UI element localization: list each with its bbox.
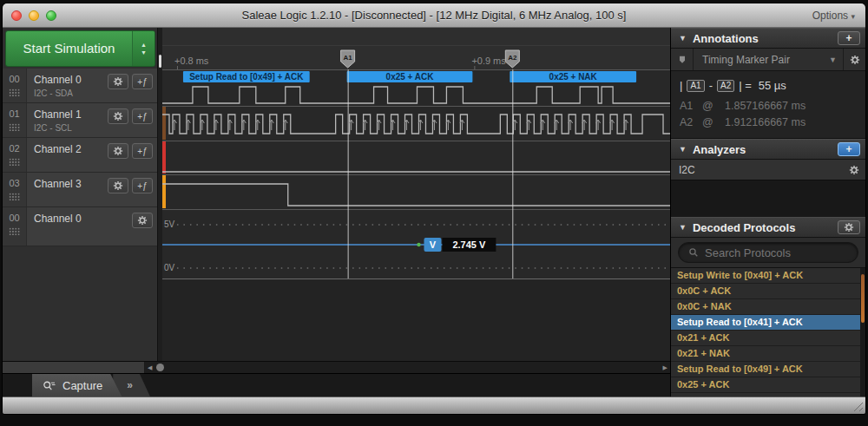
decoded-protocol-row[interactable]: Setup Read to [0x41] + ACK — [671, 315, 865, 331]
bottom-tab-bar: Capture » — [3, 373, 670, 397]
add-analyzer-button[interactable]: + — [838, 142, 860, 156]
marker-time-readout: A1 @ 1.857166667 ms — [680, 98, 857, 115]
i2c-annotation-bar[interactable]: 0x25 + NAK — [510, 71, 636, 82]
waveform-area: +0.8 ms+0.9 msSetup Read to [0x49] + ACK… — [162, 28, 670, 361]
channel-dots-icon — [9, 158, 20, 166]
scroll-left-arrow[interactable]: ◀ — [145, 364, 155, 371]
horizontal-scrollbar[interactable]: ◀ ▶ — [3, 361, 670, 373]
channel-list: 00 Channel 0 I2C - SDA +ƒ 01 Channel 1 I… — [3, 69, 157, 246]
simulation-mode-toggle[interactable]: ▲ ▼ — [132, 31, 155, 66]
channel-drag-handle[interactable]: 00 — [3, 69, 27, 102]
decoded-protocols-header[interactable]: ▼ Decoded Protocols — [671, 217, 865, 238]
protocols-scrollbar-track[interactable] — [860, 268, 865, 397]
options-menu-button[interactable]: Options ▾ — [812, 10, 855, 22]
marker-value: 1.912166667 ms — [725, 115, 806, 131]
channel-settings-gear-icon[interactable] — [108, 74, 128, 89]
channel-settings-gear-icon[interactable] — [108, 108, 128, 124]
channel-add-measurement-button[interactable]: +ƒ — [132, 178, 153, 193]
channel-drag-handle[interactable]: 02 — [3, 138, 27, 172]
channel-row[interactable]: 00 Channel 0 — [3, 207, 157, 246]
channel-settings-gear-icon[interactable] — [108, 178, 128, 193]
search-icon — [688, 247, 699, 258]
channel-number: 00 — [9, 213, 19, 223]
decoded-protocol-row[interactable]: 0x0C + ACK — [671, 284, 865, 299]
decoded-protocols-settings-gear-icon[interactable] — [838, 220, 860, 234]
channel-drag-handle[interactable]: 03 — [3, 173, 27, 206]
marker-at: @ — [702, 98, 725, 115]
channel-dots-icon — [9, 193, 20, 200]
marker-time-readout: A2 @ 1.912166667 ms — [680, 115, 857, 131]
channel-edge-strip — [162, 141, 166, 174]
channel-name: Channel 2 — [34, 143, 108, 155]
decoded-protocol-row[interactable]: 0x25 + ACK — [671, 377, 865, 393]
scroll-right-arrow[interactable]: ▶ — [661, 364, 670, 371]
channel-drag-handle[interactable]: 00 — [3, 207, 27, 246]
svg-text:0x25 + ACK: 0x25 + ACK — [386, 72, 435, 82]
channel-number: 00 — [9, 74, 19, 84]
timing-marker-pair-row: Timing Marker Pair ▼ — [671, 49, 865, 71]
channel-row[interactable]: 03 Channel 3 +ƒ — [3, 173, 157, 207]
search-protocols-input[interactable]: Search Protocols — [678, 242, 858, 263]
decoded-protocol-row[interactable]: 0x21 + ACK — [671, 331, 865, 346]
marker-delta-readout: | A1 - A2 | = 55 µs — [680, 79, 857, 92]
channel-name: Channel 3 — [34, 178, 108, 190]
title-bar: Saleae Logic 1.2.10 - [Disconnected] - [… — [3, 3, 865, 28]
window-title: Saleae Logic 1.2.10 - [Disconnected] - [… — [3, 9, 865, 22]
decoded-protocol-row[interactable]: Setup Write to [0x40] + ACK — [671, 268, 865, 284]
options-label: Options — [812, 10, 848, 22]
marker-a2-chip: A2 — [717, 80, 734, 92]
analyzer-item-i2c[interactable]: I2C — [671, 160, 865, 180]
channel-row[interactable]: 02 Channel 2 +ƒ — [3, 138, 157, 173]
channel-name: Channel 0 — [34, 74, 108, 86]
decoded-protocols-list: Setup Write to [0x40] + ACK 0x0C + ACK 0… — [671, 267, 865, 397]
chevron-down-icon: ▾ — [851, 12, 855, 21]
decoded-protocol-row[interactable]: Setup Read to [0x49] + ACK — [671, 362, 865, 377]
analyzer-settings-gear-icon[interactable] — [849, 165, 859, 175]
protocols-scrollbar-thumb[interactable] — [861, 274, 865, 323]
channel-add-measurement-button[interactable]: +ƒ — [132, 143, 153, 159]
annotations-header[interactable]: ▼ Annotations + — [671, 28, 865, 49]
chevron-up-icon: ▲ — [141, 42, 147, 48]
analyzers-title: Analyzers — [693, 143, 832, 156]
timeline-ruler[interactable] — [162, 28, 670, 69]
sidebar-divider[interactable] — [157, 28, 162, 361]
channel-settings-gear-icon[interactable] — [132, 213, 153, 228]
resize-grip[interactable] — [852, 400, 863, 411]
divider-grip[interactable] — [159, 55, 161, 68]
add-annotation-button[interactable]: + — [838, 31, 860, 45]
i2c-annotation-bar[interactable]: 0x25 + ACK — [347, 71, 473, 82]
analyzers-header[interactable]: ▼ Analyzers + — [671, 139, 865, 160]
start-simulation-button[interactable]: Start Simulation ▲ ▼ — [5, 30, 155, 67]
collapse-triangle-icon: ▼ — [679, 145, 687, 154]
channel-drag-handle[interactable]: 01 — [3, 103, 27, 137]
scrollbar-track[interactable]: ◀ ▶ — [145, 362, 670, 373]
tab-capture-label: Capture — [62, 379, 102, 392]
marker-pair-settings-gear-icon[interactable] — [843, 49, 865, 70]
channel-add-measurement-button[interactable]: +ƒ — [132, 74, 153, 89]
scrollbar-thumb[interactable] — [156, 364, 164, 371]
start-simulation-label: Start Simulation — [6, 31, 132, 66]
channel-number: 01 — [9, 108, 19, 119]
marker-at: @ — [702, 115, 725, 131]
decoded-protocol-row[interactable]: 0x21 + NAK — [671, 346, 865, 362]
channel-dots-icon — [9, 123, 20, 131]
channel-number: 03 — [9, 178, 19, 188]
i2c-annotation-bar[interactable]: Setup Read to [0x49] + ACK — [183, 71, 310, 82]
tab-capture[interactable]: Capture — [32, 374, 122, 397]
channel-dots-icon — [9, 88, 20, 96]
svg-text:2.745 V: 2.745 V — [452, 239, 486, 250]
channel-add-measurement-button[interactable]: +ƒ — [132, 108, 153, 124]
channel-settings-gear-icon[interactable] — [108, 143, 128, 159]
chevron-down-icon[interactable]: ▼ — [823, 56, 843, 64]
svg-text:A1: A1 — [344, 54, 353, 62]
marker-pin-icon — [671, 49, 694, 70]
side-panel: ▼ Annotations + Timing Marker Pair ▼ | A… — [671, 28, 865, 397]
marker-value: 1.857166667 ms — [725, 98, 806, 115]
waveform-canvas[interactable]: +0.8 ms+0.9 msSetup Read to [0x49] + ACK… — [162, 28, 670, 361]
channel-row[interactable]: 00 Channel 0 I2C - SDA +ƒ — [3, 69, 157, 103]
channel-row[interactable]: 01 Channel 1 I2C - SCL +ƒ — [3, 103, 157, 138]
decoded-protocol-row[interactable]: 0x0C + NAK — [671, 299, 865, 315]
empty-area-bg — [162, 279, 670, 361]
ruler-label: +0.8 ms — [174, 56, 209, 66]
timing-marker-pair-select[interactable]: Timing Marker Pair — [694, 54, 823, 66]
